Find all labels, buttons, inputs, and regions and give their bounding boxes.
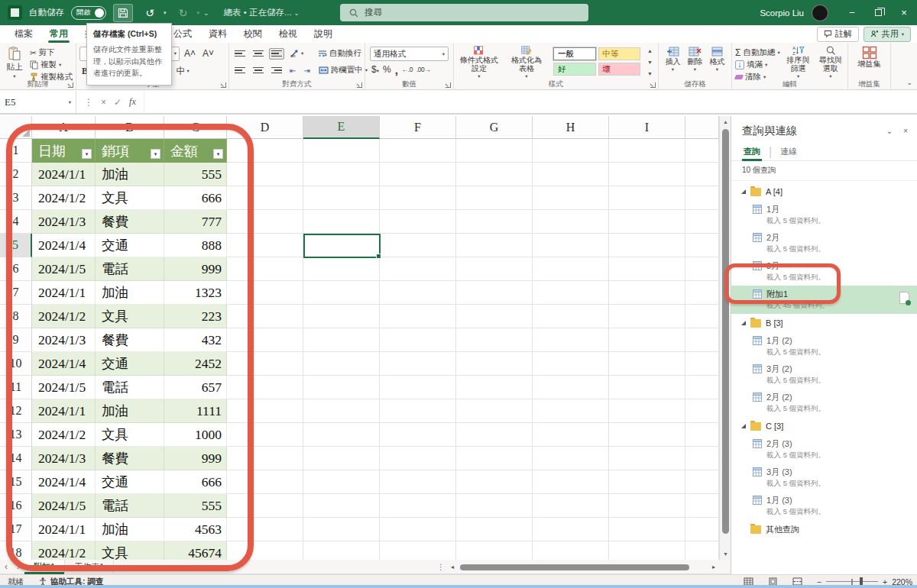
wrap-text-button[interactable]: 自動換行 xyxy=(318,48,361,60)
item-cell[interactable]: 餐費 xyxy=(96,447,164,470)
date-cell[interactable]: 2024/1/5 xyxy=(32,376,96,399)
amount-cell[interactable]: 2452 xyxy=(164,352,227,376)
filter-dropdown-icon[interactable]: ▾ xyxy=(151,149,160,159)
scroll-down-icon[interactable]: ▼ xyxy=(720,548,731,560)
autosum-button[interactable]: Σ自動加總▾ xyxy=(735,47,780,58)
empty-cell[interactable] xyxy=(303,328,380,352)
empty-cell[interactable] xyxy=(303,257,380,281)
minimize-button[interactable]: − xyxy=(839,0,865,25)
empty-cell[interactable] xyxy=(533,541,609,560)
empty-cell[interactable] xyxy=(609,163,685,186)
item-cell[interactable]: 加油 xyxy=(96,399,164,423)
empty-cell[interactable] xyxy=(303,305,380,328)
empty-cell[interactable] xyxy=(227,186,303,210)
formula-input[interactable] xyxy=(144,91,917,113)
query-item[interactable]: 3月載入 5 個資料列。 xyxy=(731,257,917,286)
expander-icon[interactable] xyxy=(741,424,746,428)
decrease-indent-button[interactable]: ⇤ xyxy=(287,63,298,78)
amount-cell[interactable]: 45674 xyxy=(164,541,227,560)
empty-cell[interactable] xyxy=(303,352,380,376)
row-header[interactable]: 16 xyxy=(0,494,32,518)
empty-cell[interactable] xyxy=(685,234,719,257)
empty-cell[interactable] xyxy=(303,186,380,210)
date-cell[interactable]: 2024/1/1 xyxy=(32,518,96,541)
item-cell[interactable]: 電話 xyxy=(96,376,164,399)
orientation-button[interactable]: ab▾ xyxy=(287,47,306,61)
document-title[interactable]: 總表 • 正在儲存... ⌄ xyxy=(224,7,300,18)
quick-access-more-icon[interactable]: ⌄ xyxy=(203,9,209,17)
column-header[interactable]: D xyxy=(227,116,303,139)
empty-cell[interactable] xyxy=(380,234,456,257)
date-cell[interactable]: 2024/1/3 xyxy=(32,210,96,234)
item-cell[interactable]: 加油 xyxy=(96,281,164,305)
increase-font-button[interactable]: A˄ xyxy=(182,47,198,61)
date-cell[interactable]: 2024/1/2 xyxy=(32,186,96,210)
date-cell[interactable]: 2024/1/2 xyxy=(32,305,96,328)
empty-cell[interactable] xyxy=(303,470,380,494)
query-item[interactable]: 3月 (3)載入 5 個資料列。 xyxy=(731,464,917,492)
cancel-icon[interactable]: × xyxy=(101,97,106,108)
decrease-decimal-button[interactable]: .00→ xyxy=(416,66,430,73)
empty-cell[interactable] xyxy=(685,352,719,376)
date-cell[interactable]: 2024/1/3 xyxy=(32,447,96,470)
ribbon-tab[interactable]: 資料 xyxy=(200,25,235,43)
formula-splitter-icon[interactable]: ⋮ xyxy=(84,97,93,108)
expander-icon[interactable] xyxy=(741,321,746,325)
empty-cell[interactable] xyxy=(685,541,719,560)
panel-tab[interactable]: 連線 xyxy=(779,143,799,161)
empty-cell[interactable] xyxy=(456,399,533,423)
panel-collapse-icon[interactable]: ⌄ xyxy=(886,127,893,135)
empty-cell[interactable] xyxy=(456,470,533,494)
hscroll-left-icon[interactable]: ◂ xyxy=(451,564,454,570)
row-header[interactable]: 8 xyxy=(0,305,32,328)
empty-cell[interactable] xyxy=(533,163,609,186)
empty-cell[interactable] xyxy=(380,541,456,560)
empty-cell[interactable] xyxy=(380,163,456,186)
insert-cells-button[interactable]: 插入▾ xyxy=(663,45,683,79)
amount-cell[interactable]: 555 xyxy=(164,163,227,186)
empty-cell[interactable] xyxy=(380,423,456,447)
empty-cell[interactable] xyxy=(227,494,303,518)
ribbon-tab[interactable]: 檢視 xyxy=(271,25,306,43)
sheet-tab[interactable]: 附加1 xyxy=(24,560,65,574)
amount-cell[interactable]: 432 xyxy=(164,328,227,352)
avatar[interactable] xyxy=(812,5,828,21)
empty-cell[interactable] xyxy=(609,186,685,210)
empty-cell[interactable] xyxy=(533,139,609,163)
insert-function-icon[interactable]: fx xyxy=(129,96,136,108)
amount-cell[interactable]: 1323 xyxy=(164,281,227,305)
query-item[interactable]: 2月 (3)載入 5 個資料列。 xyxy=(731,435,917,464)
empty-cell[interactable] xyxy=(380,257,456,281)
empty-cell[interactable] xyxy=(227,376,303,399)
ribbon-tab[interactable]: 常用 xyxy=(41,25,76,43)
align-middle-button[interactable] xyxy=(251,48,266,60)
empty-cell[interactable] xyxy=(380,447,456,470)
empty-cell[interactable] xyxy=(380,399,456,423)
ribbon-tab[interactable]: 說明 xyxy=(306,25,341,43)
empty-cell[interactable] xyxy=(456,139,533,163)
empty-cell[interactable] xyxy=(533,494,609,518)
empty-cell[interactable] xyxy=(303,376,380,399)
empty-cell[interactable] xyxy=(380,139,456,163)
empty-cell[interactable] xyxy=(456,281,533,305)
item-cell[interactable]: 電話 xyxy=(96,257,164,281)
empty-cell[interactable] xyxy=(380,470,456,494)
empty-cell[interactable] xyxy=(456,305,533,328)
empty-cell[interactable] xyxy=(609,399,685,423)
decrease-font-button[interactable]: A˅ xyxy=(200,47,216,61)
panel-close-icon[interactable]: × xyxy=(903,127,908,135)
amount-cell[interactable]: 999 xyxy=(164,257,227,281)
styles-dialog-launcher-icon[interactable] xyxy=(650,82,656,88)
new-sheet-button[interactable]: + xyxy=(114,561,135,573)
row-header[interactable]: 4 xyxy=(0,210,32,234)
font-dialog-launcher-icon[interactable] xyxy=(221,82,226,88)
gallery-down-icon[interactable]: ▼ xyxy=(645,60,655,65)
empty-cell[interactable] xyxy=(609,518,685,541)
empty-cell[interactable] xyxy=(303,139,380,163)
item-cell[interactable]: 交通 xyxy=(96,234,164,257)
empty-cell[interactable] xyxy=(685,376,719,399)
gallery-up-icon[interactable]: ▲ xyxy=(645,48,655,53)
row-header[interactable]: 7 xyxy=(0,281,32,305)
row-header[interactable]: 15 xyxy=(0,470,32,494)
empty-cell[interactable] xyxy=(227,447,303,470)
